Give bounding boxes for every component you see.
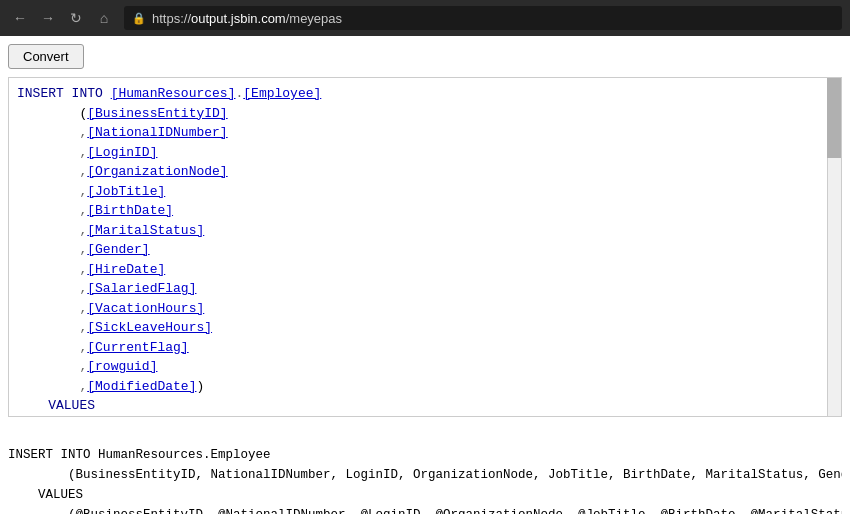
url-path: /meyepas xyxy=(286,11,342,26)
address-bar[interactable]: 🔒 https://output.jsbin.com/meyepas xyxy=(124,6,842,30)
output-area: INSERT INTO HumanResources.Employee (Bus… xyxy=(8,425,842,514)
sql-display: INSERT INTO [HumanResources].[Employee] … xyxy=(9,78,827,416)
output-line2: (BusinessEntityID, NationalIDNumber, Log… xyxy=(8,468,842,482)
url-prefix: https:// xyxy=(152,11,191,26)
refresh-button[interactable]: ↻ xyxy=(64,6,88,30)
output-line3: VALUES xyxy=(8,488,83,502)
url-text: https://output.jsbin.com/meyepas xyxy=(152,11,342,26)
output-line1: INSERT INTO HumanResources.Employee xyxy=(8,448,271,462)
forward-button[interactable]: → xyxy=(36,6,60,30)
url-domain: output.jsbin.com xyxy=(191,11,286,26)
sql-editor: INSERT INTO [HumanResources].[Employee] … xyxy=(8,77,842,417)
browser-toolbar: ← → ↻ ⌂ 🔒 https://output.jsbin.com/meyep… xyxy=(0,0,850,36)
nav-buttons: ← → ↻ ⌂ xyxy=(8,6,116,30)
page-content: Convert INSERT INTO [HumanResources].[Em… xyxy=(0,36,850,514)
scrollbar-track[interactable] xyxy=(827,78,841,416)
convert-button[interactable]: Convert xyxy=(8,44,84,69)
scrollbar-thumb[interactable] xyxy=(827,78,841,158)
lock-icon: 🔒 xyxy=(132,12,146,25)
output-line4: (@BusinessEntityID, @NationalIDNumber, @… xyxy=(8,508,842,514)
back-button[interactable]: ← xyxy=(8,6,32,30)
home-button[interactable]: ⌂ xyxy=(92,6,116,30)
